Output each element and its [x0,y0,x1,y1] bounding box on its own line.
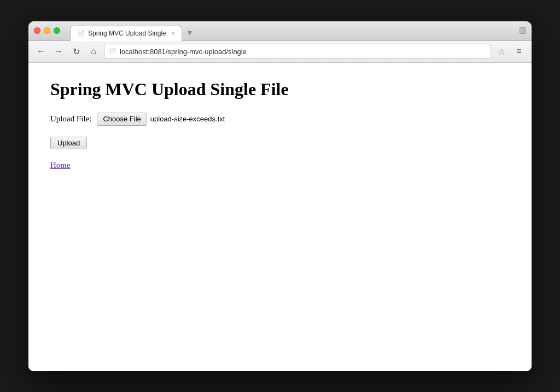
new-tab-button[interactable]: ▾ [182,25,197,40]
upload-file-label: Upload File: [50,114,91,124]
file-input-wrapper: Choose File upload-size-exceeds.txt [97,113,225,126]
refresh-button[interactable]: ↻ [69,44,83,58]
tab-page-icon: 📄 [77,30,85,37]
home-link[interactable]: Home [50,161,71,169]
address-bar[interactable]: 📄 localhost:8081/spring-mvc-upload/singl… [104,44,491,59]
home-nav-button[interactable]: ⌂ [86,44,101,58]
forward-button[interactable]: → [51,44,66,58]
title-bar: 📄 Spring MVC Upload Single × ▾ · [28,21,532,41]
choose-file-button[interactable]: Choose File [97,113,147,126]
page-content: Spring MVC Upload Single File Upload Fil… [28,63,532,371]
tab-close-button[interactable]: × [172,31,175,37]
active-tab[interactable]: 📄 Spring MVC Upload Single × [70,26,182,41]
upload-button[interactable]: Upload [50,137,87,149]
minimize-button[interactable] [44,27,50,34]
address-page-icon: 📄 [109,48,116,55]
traffic-lights [34,27,60,34]
browser-window: 📄 Spring MVC Upload Single × ▾ · ← → ↻ ⌂… [28,21,532,371]
window-resize-button[interactable]: · [520,27,526,34]
menu-button[interactable]: ≡ [512,44,526,58]
nav-bar: ← → ↻ ⌂ 📄 localhost:8081/spring-mvc-uplo… [28,41,532,63]
close-button[interactable] [34,27,40,34]
bookmark-button[interactable]: ☆ [494,44,509,58]
back-button[interactable]: ← [34,44,48,58]
address-text: localhost:8081/spring-mvc-upload/single [120,48,486,56]
upload-file-row: Upload File: Choose File upload-size-exc… [50,113,510,126]
file-name-display: upload-size-exceeds.txt [150,115,225,123]
tab-bar: 📄 Spring MVC Upload Single × ▾ [70,21,515,40]
maximize-button[interactable] [54,27,60,34]
page-title: Spring MVC Upload Single File [50,79,510,100]
tab-title: Spring MVC Upload Single [88,30,166,37]
